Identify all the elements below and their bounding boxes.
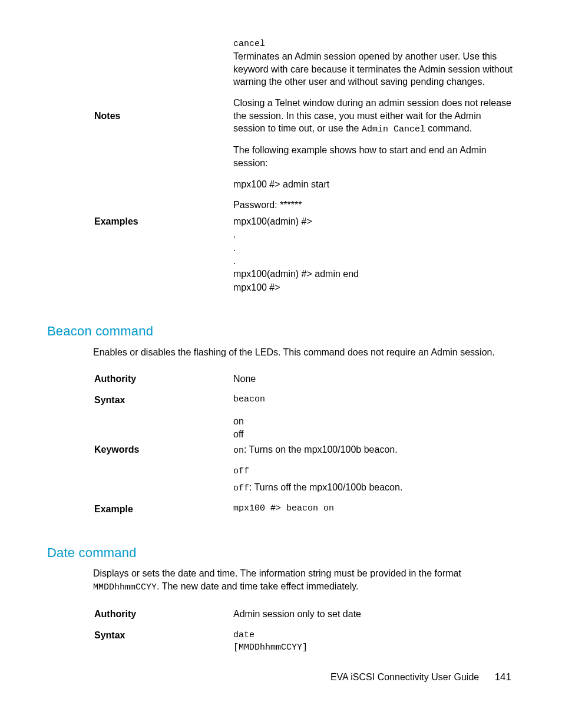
beacon-off-line: off: Turns off the mpx100/100b beacon. bbox=[233, 481, 515, 495]
beacon-keywords-label: Keywords bbox=[47, 443, 233, 456]
ex-l1-row: mpx100 #> admin start bbox=[47, 178, 515, 191]
beacon-off-code2: off bbox=[233, 483, 249, 493]
date-intro-post: . The new date and time take effect imme… bbox=[157, 581, 358, 591]
cancel-desc: Terminates an Admin session opened by an… bbox=[233, 50, 515, 88]
date-intro: Displays or sets the date and time. The … bbox=[93, 567, 515, 594]
footer-title: EVA iSCSI Connectivity User Guide bbox=[330, 672, 479, 682]
ex-l5: mpx100 #> bbox=[233, 281, 515, 294]
examples-value: mpx100(admin) #> . . . mpx100(admin) #> … bbox=[233, 215, 515, 294]
beacon-off-desc: : Turns off the mpx100/100b beacon. bbox=[249, 482, 402, 492]
date-intro-code: MMDDhhmmCCYY bbox=[93, 582, 157, 592]
beacon-example-label: Example bbox=[47, 503, 233, 516]
notes-cmd: Admin Cancel bbox=[362, 124, 425, 134]
beacon-syntax-row: Syntax beacon bbox=[47, 394, 515, 407]
ex-l4: mpx100(admin) #> admin end bbox=[233, 268, 515, 281]
ex-dot2: . bbox=[233, 242, 515, 255]
date-syntax-label: Syntax bbox=[47, 629, 233, 642]
date-syntax-row: Syntax date [MMDDhhmmCCYY] bbox=[47, 629, 515, 654]
notes-row: Notes Closing a Telnet window during an … bbox=[47, 97, 515, 136]
ex-dot3: . bbox=[233, 255, 515, 268]
notes-label: Notes bbox=[47, 110, 233, 123]
ex-dot1: . bbox=[233, 228, 515, 241]
examples-row: Examples mpx100(admin) #> . . . mpx100(a… bbox=[47, 215, 515, 294]
cancel-keyword: cancel bbox=[233, 38, 515, 50]
date-authority-label: Authority bbox=[47, 608, 233, 621]
date-authority-row: Authority Admin session only to set date bbox=[47, 608, 515, 621]
beacon-intro: Enables or disables the flashing of the … bbox=[93, 346, 515, 359]
beacon-authority-value: None bbox=[233, 373, 515, 386]
example-intro-row: The following example shows how to start… bbox=[47, 144, 515, 169]
beacon-syntax-value: beacon bbox=[233, 394, 515, 406]
ex-l3: mpx100(admin) #> bbox=[233, 215, 515, 228]
beacon-example-row: Example mpx100 #> beacon on bbox=[47, 503, 515, 516]
beacon-off-row: off off: Turns off the mpx100/100b beaco… bbox=[47, 466, 515, 495]
footer-page: 141 bbox=[495, 671, 511, 684]
examples-label: Examples bbox=[47, 215, 233, 228]
beacon-kw-off: off bbox=[233, 428, 515, 441]
beacon-authority-label: Authority bbox=[47, 373, 233, 386]
page-footer: EVA iSCSI Connectivity User Guide 141 bbox=[330, 671, 511, 684]
beacon-on-code: on bbox=[233, 446, 244, 456]
notes-value: Closing a Telnet window during an admin … bbox=[233, 97, 515, 136]
beacon-example-value: mpx100 #> beacon on bbox=[233, 503, 515, 515]
beacon-heading: Beacon command bbox=[47, 322, 515, 340]
date-authority-value: Admin session only to set date bbox=[233, 608, 515, 621]
notes-text-post: command. bbox=[425, 123, 472, 133]
beacon-kw-on: on bbox=[233, 415, 515, 428]
date-syntax-l2: [MMDDhhmmCCYY] bbox=[233, 641, 515, 654]
ex-l1: mpx100 #> admin start bbox=[233, 178, 515, 191]
date-syntax-value: date [MMDDhhmmCCYY] bbox=[233, 629, 515, 654]
cancel-value: cancel Terminates an Admin session opene… bbox=[233, 38, 515, 88]
beacon-off-value: off off: Turns off the mpx100/100b beaco… bbox=[233, 466, 515, 495]
date-syntax-l1: date bbox=[233, 629, 515, 641]
document-page: cancel Terminates an Admin session opene… bbox=[0, 0, 562, 728]
date-heading: Date command bbox=[47, 544, 515, 562]
beacon-onoff-row: on off bbox=[47, 415, 515, 442]
example-intro: The following example shows how to start… bbox=[233, 144, 515, 169]
beacon-on-desc: : Turns on the mpx100/100b beacon. bbox=[244, 444, 398, 454]
beacon-authority-row: Authority None bbox=[47, 373, 515, 386]
ex-l2: Password: ****** bbox=[233, 199, 515, 212]
ex-l2-row: Password: ****** bbox=[47, 199, 515, 212]
beacon-keywords-row: Keywords on: Turns on the mpx100/100b be… bbox=[47, 443, 515, 457]
beacon-syntax-label: Syntax bbox=[47, 394, 233, 407]
cancel-row: cancel Terminates an Admin session opene… bbox=[47, 38, 515, 88]
beacon-onoff: on off bbox=[233, 415, 515, 442]
beacon-keywords-value: on: Turns on the mpx100/100b beacon. bbox=[233, 443, 515, 457]
date-intro-pre: Displays or sets the date and time. The … bbox=[93, 568, 461, 578]
beacon-off-code1: off bbox=[233, 466, 515, 477]
